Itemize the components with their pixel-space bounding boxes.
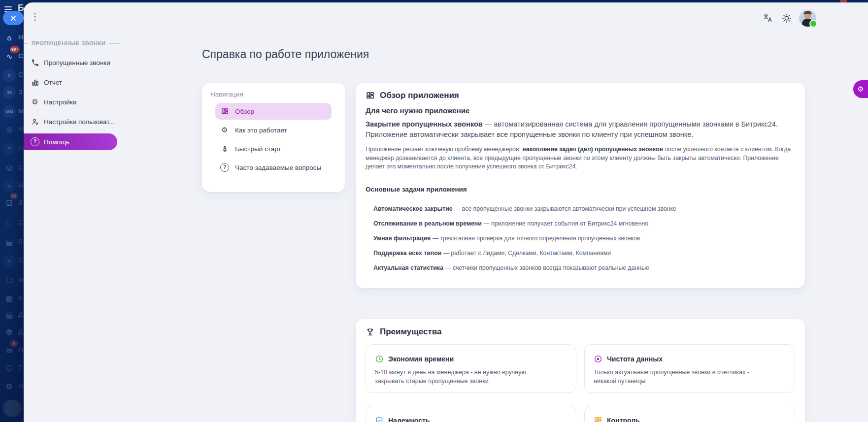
- benefits-grid: Экономия времени 5-10 минут в день на ме…: [366, 344, 795, 422]
- overview-card: Обзор приложения Для чего нужно приложен…: [356, 83, 805, 288]
- rail-item-tasks[interactable]: 63☑З: [0, 197, 24, 210]
- home-icon: ⌂: [3, 32, 15, 44]
- avatar: С: [3, 69, 16, 82]
- rocket-icon: [220, 144, 229, 153]
- benefit-card-clean-data: Чистота данных Только актуальные пропуще…: [584, 344, 795, 393]
- rail-item-docs[interactable]: ▤Д: [0, 309, 24, 322]
- sidebar-item-help[interactable]: ? Помощь: [24, 133, 117, 150]
- sidebar-item-label: Отчет: [44, 79, 62, 86]
- avatar: Н: [3, 180, 16, 193]
- online-status-dot: [809, 20, 817, 28]
- bar-chart-icon: [31, 78, 39, 87]
- list-item: Отслеживание в реальном времени — прилож…: [373, 220, 795, 227]
- user-avatar[interactable]: [799, 9, 816, 27]
- help-navigation-card: Навигация Обзор ⚙ Как это работает Быстр…: [202, 83, 345, 192]
- target-dot-icon: [594, 355, 602, 363]
- benefit-title: Чистота данных: [607, 355, 663, 363]
- rail-item-chat-5[interactable]: НН: [0, 180, 24, 193]
- rail-item-chat-6[interactable]: СС: [0, 255, 24, 267]
- grid-icon: [220, 107, 229, 116]
- avatar: ЗК: [3, 86, 16, 99]
- tasks-badge: 63: [10, 193, 18, 199]
- page-title: Справка по работе приложения: [202, 48, 369, 61]
- benefit-card-control: Контроль: [584, 406, 795, 422]
- document-icon: ▤: [3, 236, 15, 249]
- sidebar-item-label: Помощь: [44, 138, 69, 146]
- rail-item-messenger[interactable]: ❍М: [0, 274, 24, 287]
- avatar: С: [3, 255, 16, 267]
- rail-item-target[interactable]: ◎М: [0, 123, 24, 136]
- rail-item-chat-3[interactable]: МММ: [0, 105, 24, 118]
- rail-item-chat-2[interactable]: ЗКЗ: [0, 86, 24, 99]
- overview-card-header: Обзор приложения: [366, 90, 795, 101]
- avatar: ММ: [3, 105, 16, 118]
- nav-item-quick-start[interactable]: Быстрый старт: [215, 139, 332, 158]
- overview-title: Обзор приложения: [380, 91, 459, 100]
- sidebar-item-missed-calls[interactable]: Пропущенные звонки: [24, 53, 117, 72]
- topbar: [762, 9, 816, 27]
- rail-item-home[interactable]: ⌂Н: [0, 32, 24, 44]
- mail-badge: 9: [10, 340, 18, 347]
- rail-item-mail[interactable]: 9✉П: [0, 344, 24, 357]
- sidebar-item-label: Пропущенные звонки: [44, 59, 110, 66]
- rail-item-settings[interactable]: ⚙Н: [0, 380, 24, 393]
- nav-item-label: Часто задаваемые вопросы: [235, 164, 321, 171]
- shield-check-icon: [375, 416, 384, 422]
- chat-icon: ❍: [3, 274, 15, 287]
- avatar: П: [3, 142, 16, 155]
- benefit-card-time: Экономия времени 5-10 минут в день на ме…: [366, 344, 576, 393]
- nav-item-label: Как это работает: [235, 127, 287, 134]
- rail-item-groups[interactable]: ⚇Г: [0, 362, 24, 375]
- rail-item-drive[interactable]: ⛃Д: [0, 326, 24, 339]
- gear-icon: ⚙: [3, 380, 15, 393]
- rail-item-calendar[interactable]: ▦К: [0, 292, 24, 305]
- app-slider-panel: ⋮ ПРОПУЩЕННЫЕ ЗВОНКИ Пропущенные звонки …: [24, 2, 868, 422]
- slider-settings-button[interactable]: ⚙: [853, 80, 868, 98]
- grid-icon: [366, 91, 375, 100]
- benefit-text: 5-10 минут в день на менеджера - не нужн…: [375, 368, 547, 386]
- user-gear-icon: [31, 117, 39, 126]
- sidebar-item-settings[interactable]: ⚙ Настройки: [24, 92, 117, 112]
- benefits-card: Преимущества Экономия времени 5-10 минут…: [356, 319, 805, 422]
- list-item: Автоматическое закрытие — все пропущенны…: [373, 205, 795, 212]
- rail-item-feed[interactable]: 99+∿С: [0, 50, 24, 63]
- process-icon: ◌: [3, 217, 15, 229]
- sidebar-item-user-settings[interactable]: Настройки пользоват...: [24, 112, 117, 131]
- divider: [366, 179, 795, 179]
- translate-icon[interactable]: [762, 12, 774, 25]
- clock-icon: [375, 355, 384, 363]
- drive-icon: ⛃: [3, 326, 15, 339]
- sidebar-item-label: Настройки пользоват...: [44, 118, 114, 126]
- theme-sun-icon[interactable]: [780, 12, 793, 25]
- benefit-title: Надежность: [388, 417, 430, 422]
- nav-item-label: Быстрый старт: [235, 145, 281, 153]
- nav-item-overview[interactable]: Обзор: [215, 103, 332, 120]
- benefit-text: Только актуальные пропущенные звонки в с…: [594, 368, 766, 386]
- people-icon: ⚇: [3, 362, 15, 375]
- benefit-title: Экономия времени: [388, 355, 454, 363]
- grid-icon: [594, 416, 602, 422]
- question-icon: ?: [220, 163, 229, 172]
- list-item: Актуальная статистика — счетчики пропуще…: [373, 264, 795, 271]
- nav-item-how-it-works[interactable]: ⚙ Как это работает: [215, 121, 332, 139]
- benefit-card-reliability: Надежность: [366, 406, 576, 422]
- overview-paragraph-1: Закрытие пропущенных звонков — автоматиз…: [366, 119, 795, 139]
- rail-item-crm[interactable]: ⛁С: [0, 162, 24, 175]
- app-sidebar-menu: Пропущенные звонки Отчет ⚙ Настройки Нас…: [24, 53, 117, 150]
- rail-item-feeds[interactable]: ▤Л: [0, 236, 24, 249]
- document-icon: ▤: [3, 309, 15, 322]
- kebab-menu-icon[interactable]: ⋮: [31, 12, 39, 21]
- rail-bottom-pill: [3, 400, 22, 417]
- overview-subtitle: Для чего нужно приложение: [366, 106, 795, 115]
- rail-item-chat-4[interactable]: ПП: [0, 142, 24, 155]
- cart-icon: ⛁: [3, 162, 15, 175]
- bitrix-rail: Б ⌂Н 99+∿С СС ЗКЗ МММ ◎М ПП ⛁С НН 63☑З ◌…: [0, 0, 24, 422]
- benefit-title: Контроль: [607, 417, 640, 422]
- nav-item-faq[interactable]: ? Часто задаваемые вопросы: [215, 158, 332, 177]
- rail-item-chat-1[interactable]: СС: [0, 69, 24, 82]
- gear-icon: ⚙: [31, 97, 39, 106]
- close-slider-button[interactable]: [3, 11, 24, 25]
- rail-item-processes[interactable]: ◌С: [0, 217, 24, 229]
- nav-item-label: Обзор: [235, 108, 254, 115]
- sidebar-item-report[interactable]: Отчет: [24, 72, 117, 92]
